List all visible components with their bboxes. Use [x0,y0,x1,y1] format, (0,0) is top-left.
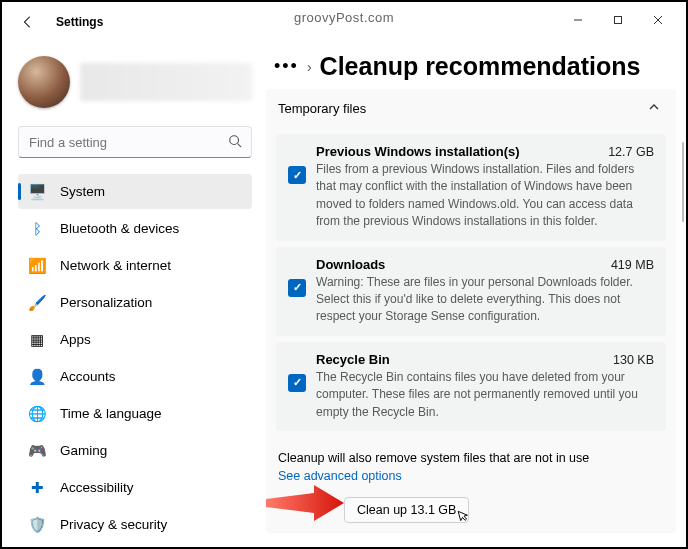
nav-icon: 🖥️ [28,183,46,201]
nav-icon: 📶 [28,257,46,275]
checkbox[interactable]: ✓ [288,279,306,297]
nav-item-system[interactable]: 🖥️System [18,174,252,209]
avatar[interactable] [18,56,70,108]
scrollbar[interactable] [682,142,684,222]
footer-note: Cleanup will also remove system files th… [266,443,676,465]
nav-icon: 🖌️ [28,294,46,312]
watermark: groovyPost.com [294,10,394,25]
chevron-right-icon: › [307,59,312,75]
checkbox[interactable]: ✓ [288,166,306,184]
search-icon [228,134,242,151]
cleanup-button-label: Clean up 13.1 GB [357,503,456,517]
nav-item-apps[interactable]: ▦Apps [18,322,252,357]
nav-icon: 🎮 [28,442,46,460]
nav-label: Gaming [60,443,107,458]
item-desc: Files from a previous Windows installati… [316,161,654,231]
checkbox[interactable]: ✓ [288,374,306,392]
maximize-button[interactable] [598,6,638,34]
section-title: Temporary files [278,101,366,116]
item-title: Previous Windows installation(s) [316,144,520,159]
nav-item-network-internet[interactable]: 📶Network & internet [18,248,252,283]
cleanup-item: ✓Downloads419 MBWarning: These are files… [276,247,666,336]
nav-label: Privacy & security [60,517,167,532]
nav-item-accessibility[interactable]: ✚Accessibility [18,470,252,505]
nav-item-gaming[interactable]: 🎮Gaming [18,433,252,468]
nav-icon: 🌐 [28,405,46,423]
item-desc: Warning: These are files in your persona… [316,274,654,326]
nav-item-windows-update[interactable]: 🔄Windows Update [18,544,252,549]
cleanup-item: ✓Previous Windows installation(s)12.7 GB… [276,134,666,241]
nav-icon: 🛡️ [28,516,46,534]
close-button[interactable] [638,6,678,34]
user-name-redacted [80,63,252,101]
search-input[interactable] [18,126,252,158]
nav-label: Time & language [60,406,162,421]
nav-icon: ▦ [28,331,46,349]
nav-icon: 👤 [28,368,46,386]
nav-label: Accessibility [60,480,134,495]
svg-rect-1 [615,17,622,24]
nav-icon: ✚ [28,479,46,497]
window-title: Settings [56,15,103,29]
item-size: 130 KB [613,353,654,367]
item-size: 12.7 GB [608,145,654,159]
minimize-button[interactable] [558,6,598,34]
section-temporary-files[interactable]: Temporary files [266,89,676,128]
nav-icon: ᛒ [28,220,46,238]
nav-label: Accounts [60,369,116,384]
nav-label: Bluetooth & devices [60,221,179,236]
nav-label: Apps [60,332,91,347]
svg-point-4 [230,136,239,145]
cursor-icon [456,506,474,526]
nav-item-bluetooth-devices[interactable]: ᛒBluetooth & devices [18,211,252,246]
cleanup-item: ✓Recycle Bin130 KBThe Recycle Bin contai… [276,342,666,431]
item-desc: The Recycle Bin contains files you have … [316,369,654,421]
nav-item-time-language[interactable]: 🌐Time & language [18,396,252,431]
svg-line-5 [238,144,242,148]
item-title: Downloads [316,257,385,272]
breadcrumb-more[interactable]: ••• [274,56,299,77]
back-button[interactable] [18,12,38,32]
cleanup-button[interactable]: Clean up 13.1 GB [344,497,469,523]
item-size: 419 MB [611,258,654,272]
nav-label: Network & internet [60,258,171,273]
item-title: Recycle Bin [316,352,390,367]
chevron-up-icon [648,101,660,116]
nav-item-accounts[interactable]: 👤Accounts [18,359,252,394]
nav-label: System [60,184,105,199]
page-title: Cleanup recommendations [320,52,641,81]
nav-label: Personalization [60,295,152,310]
advanced-options-link[interactable]: See advanced options [266,465,676,491]
nav-item-personalization[interactable]: 🖌️Personalization [18,285,252,320]
nav-item-privacy-security[interactable]: 🛡️Privacy & security [18,507,252,542]
